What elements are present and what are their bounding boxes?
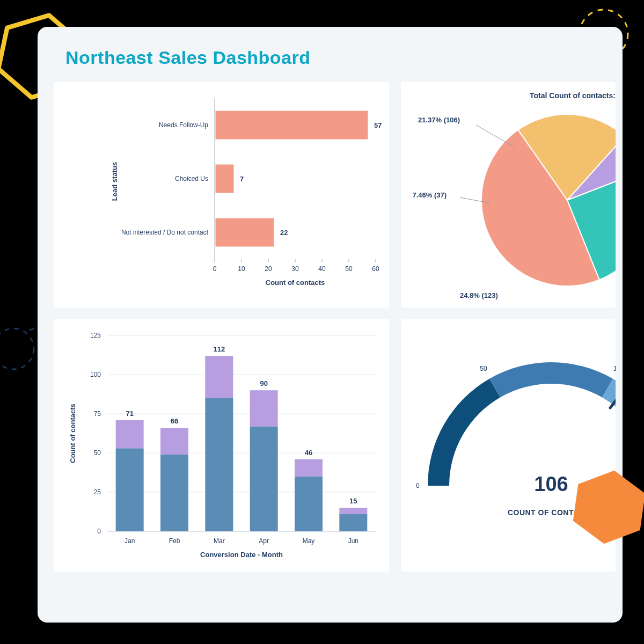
svg-text:106: 106 <box>534 473 568 495</box>
svg-rect-61 <box>250 390 278 426</box>
svg-text:May: May <box>303 537 315 545</box>
svg-text:90: 90 <box>260 379 267 387</box>
conversion-month-chart: 025507510012571Jan66Feb112Mar90Apr46May1… <box>54 319 389 572</box>
svg-text:20: 20 <box>265 265 272 273</box>
svg-text:50: 50 <box>480 365 487 372</box>
svg-text:Mar: Mar <box>214 537 225 545</box>
svg-text:25: 25 <box>94 488 101 496</box>
svg-text:40: 40 <box>318 265 326 273</box>
svg-text:57: 57 <box>374 121 382 129</box>
svg-text:46: 46 <box>305 449 312 457</box>
svg-text:100: 100 <box>613 365 616 372</box>
svg-text:125: 125 <box>90 332 101 339</box>
svg-rect-64 <box>295 477 323 531</box>
svg-rect-56 <box>205 398 233 531</box>
svg-rect-18 <box>215 111 368 140</box>
svg-text:66: 66 <box>171 417 178 425</box>
svg-rect-52 <box>160 455 188 531</box>
svg-text:50: 50 <box>345 265 353 273</box>
svg-text:10: 10 <box>238 265 245 273</box>
svg-text:COUNT OF CONTACTS: COUNT OF CONTACTS <box>508 508 595 517</box>
svg-text:24.8% (123): 24.8% (123) <box>460 291 498 299</box>
svg-rect-24 <box>215 218 274 247</box>
svg-text:71: 71 <box>126 409 133 418</box>
svg-text:Needs Follow-Up: Needs Follow-Up <box>159 121 208 129</box>
svg-rect-69 <box>339 508 367 514</box>
svg-text:7: 7 <box>240 175 244 183</box>
svg-rect-53 <box>160 428 188 455</box>
svg-rect-21 <box>215 164 234 193</box>
svg-text:0: 0 <box>416 482 420 489</box>
lead-status-chart: 0102030405060Needs Follow-Up57Choiced Us… <box>54 82 389 308</box>
svg-rect-49 <box>116 420 144 449</box>
svg-text:7.46% (37): 7.46% (37) <box>412 191 447 199</box>
svg-text:22: 22 <box>280 229 288 237</box>
svg-rect-68 <box>339 514 367 531</box>
svg-rect-60 <box>250 426 278 531</box>
dashboard-card: Northeast Sales Dashboard 0102030405060N… <box>38 27 623 623</box>
svg-text:60: 60 <box>372 265 379 273</box>
svg-text:30: 30 <box>291 265 299 273</box>
svg-point-2 <box>0 328 34 369</box>
svg-text:Feb: Feb <box>169 537 180 545</box>
svg-text:112: 112 <box>213 345 225 353</box>
svg-text:Count of contacts: Count of contacts <box>266 279 325 287</box>
gauge-chart: 050100106COUNT OF CONTACTS <box>401 319 616 572</box>
svg-text:Choiced Us: Choiced Us <box>175 175 208 182</box>
svg-text:Total Count of contacts:: Total Count of contacts: <box>530 91 616 100</box>
svg-text:100: 100 <box>90 371 101 378</box>
svg-text:Lead status: Lead status <box>111 162 119 201</box>
contacts-pie-chart: Total Count of contacts:21.37% (106)7.46… <box>401 82 616 308</box>
svg-text:Not interested / Do not contac: Not interested / Do not contact <box>121 229 209 236</box>
svg-text:Apr: Apr <box>259 537 269 545</box>
svg-text:Conversion Date - Month: Conversion Date - Month <box>200 551 283 559</box>
svg-text:Jan: Jan <box>125 537 135 545</box>
svg-text:0: 0 <box>97 528 101 535</box>
page-title: Northeast Sales Dashboard <box>65 47 610 68</box>
svg-text:Count of contacts: Count of contacts <box>69 404 77 463</box>
svg-rect-57 <box>205 356 233 398</box>
svg-text:50: 50 <box>94 449 101 457</box>
svg-text:15: 15 <box>349 497 357 505</box>
svg-rect-65 <box>295 459 323 477</box>
svg-line-30 <box>476 125 514 147</box>
svg-text:75: 75 <box>94 410 101 418</box>
svg-text:Jun: Jun <box>348 537 358 545</box>
svg-text:0: 0 <box>213 265 217 273</box>
svg-rect-48 <box>116 448 144 531</box>
svg-text:21.37% (106): 21.37% (106) <box>418 116 460 124</box>
